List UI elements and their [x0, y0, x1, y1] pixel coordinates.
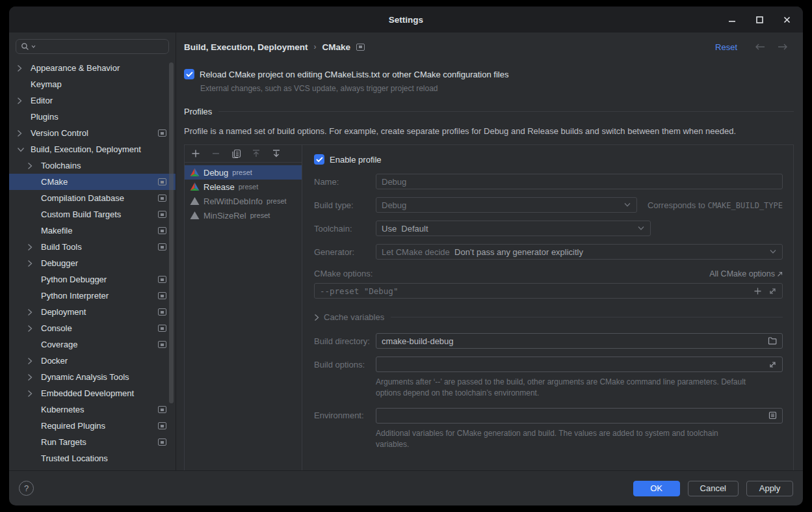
sidebar-item-appearance-behavior[interactable]: Appearance & Behavior: [9, 60, 176, 76]
sidebar-item-debugger[interactable]: Debugger: [9, 255, 176, 271]
profile-item-release[interactable]: Releasepreset: [185, 180, 302, 194]
reload-cmake-checkbox-row[interactable]: Reload CMake project on editing CMakeLis…: [184, 69, 794, 79]
build-type-dropdown[interactable]: Debug: [376, 197, 637, 213]
build-options-field[interactable]: [376, 357, 783, 372]
sidebar-item-compilation-database[interactable]: Compilation Database: [9, 190, 176, 206]
settings-indicator-icon: [158, 422, 166, 429]
profile-item-debug[interactable]: Debugpreset: [185, 165, 302, 180]
dialog-footer: ? OK Cancel Apply: [9, 470, 803, 505]
window-controls: [726, 7, 792, 33]
forward-arrow-icon[interactable]: [777, 43, 789, 51]
toolchain-label: Toolchain:: [314, 224, 376, 234]
sidebar-item-label: CMake: [41, 177, 68, 187]
sidebar-item-kubernetes[interactable]: Kubernetes: [9, 401, 176, 418]
checkmark-icon: [316, 157, 323, 163]
sidebar-item-label: Python Interpreter: [41, 291, 109, 301]
sidebar-item-label: Debugger: [41, 258, 78, 268]
cache-variables-toggle[interactable]: Cache variables: [314, 312, 783, 322]
sidebar-item-python-debugger[interactable]: Python Debugger: [9, 271, 176, 288]
settings-indicator-icon: [158, 227, 166, 234]
move-up-button[interactable]: [251, 148, 261, 159]
sidebar-item-label: Dynamic Analysis Tools: [41, 372, 129, 382]
name-field[interactable]: Debug: [376, 174, 783, 189]
chevron-right-icon: [17, 64, 22, 72]
sidebar-item-dynamic-analysis-tools[interactable]: Dynamic Analysis Tools: [9, 369, 176, 385]
close-button[interactable]: [781, 14, 792, 25]
expand-icon[interactable]: [768, 360, 777, 369]
environment-hint: Additional variables for CMake generatio…: [376, 428, 753, 451]
settings-tree: Appearance & BehaviorKeymapEditorPlugins…: [9, 60, 176, 466]
build-directory-value: cmake-build-debug: [382, 336, 764, 346]
add-profile-button[interactable]: [190, 148, 201, 159]
browse-variables-icon[interactable]: [768, 411, 777, 420]
enable-profile-checkbox[interactable]: [314, 154, 324, 165]
sidebar-item-required-plugins[interactable]: Required Plugins: [9, 418, 176, 434]
chevron-right-icon: [17, 97, 22, 105]
sidebar-item-editor[interactable]: Editor: [9, 92, 176, 109]
sidebar-item-label: Makefile: [41, 226, 72, 236]
sidebar-item-label: Deployment: [41, 307, 86, 317]
sidebar-item-label: Docker: [41, 356, 68, 366]
all-cmake-options-link[interactable]: All CMake options: [709, 269, 783, 278]
ok-button[interactable]: OK: [633, 481, 680, 496]
sidebar-item-cmake[interactable]: CMake: [9, 174, 176, 190]
profile-item-minsizerel[interactable]: MinSizeRelpreset: [185, 208, 302, 222]
search-input[interactable]: [38, 42, 164, 52]
generator-label: Generator:: [314, 247, 376, 257]
reload-cmake-checkbox[interactable]: [184, 69, 194, 79]
sidebar-item-version-control[interactable]: Version Control: [9, 125, 176, 141]
profile-preset-badge: preset: [250, 211, 270, 219]
toolchain-dropdown[interactable]: Use Default: [376, 221, 651, 236]
sidebar-item-run-targets[interactable]: Run Targets: [9, 434, 176, 450]
settings-indicator-icon: [158, 243, 166, 250]
cancel-button[interactable]: Cancel: [688, 481, 739, 496]
sidebar-scrollbar[interactable]: [169, 62, 174, 403]
enable-profile-row[interactable]: Enable profile: [314, 153, 783, 166]
breadcrumb-item-build-execution-deployment[interactable]: Build, Execution, Deployment: [184, 42, 308, 52]
generator-dropdown[interactable]: Let CMake decide Don’t pass any generato…: [376, 244, 783, 260]
sidebar-item-label: Appearance & Behavior: [31, 63, 120, 73]
sidebar-item-keymap[interactable]: Keymap: [9, 76, 176, 92]
apply-button[interactable]: Apply: [746, 481, 793, 496]
remove-icon: [211, 149, 220, 158]
sidebar-item-build-tools[interactable]: Build Tools: [9, 239, 176, 255]
sidebar-item-toolchains[interactable]: Toolchains: [9, 157, 176, 174]
move-down-icon: [272, 149, 281, 158]
sidebar-item-trusted-locations[interactable]: Trusted Locations: [9, 450, 176, 466]
maximize-button[interactable]: [753, 14, 765, 25]
help-button[interactable]: ?: [19, 481, 34, 496]
move-down-button[interactable]: [271, 148, 282, 159]
sidebar-item-label: Embedded Development: [41, 388, 134, 398]
sidebar-item-console[interactable]: Console: [9, 320, 176, 336]
breadcrumb-item-cmake[interactable]: CMake: [322, 42, 351, 52]
build-directory-field[interactable]: cmake-build-debug: [376, 333, 783, 349]
profile-preset-badge: preset: [267, 197, 287, 205]
minimize-icon: [728, 16, 736, 23]
sidebar-item-label: Compilation Database: [41, 193, 124, 203]
reset-link[interactable]: Reset: [715, 42, 737, 52]
environment-field[interactable]: [376, 408, 783, 424]
folder-icon[interactable]: [768, 337, 777, 345]
sidebar-item-makefile[interactable]: Makefile: [9, 222, 176, 239]
sidebar-item-deployment[interactable]: Deployment: [9, 304, 176, 320]
sidebar-item-build-execution-deployment[interactable]: Build, Execution, Deployment: [9, 141, 176, 157]
chevron-right-icon: [27, 325, 33, 332]
sidebar-item-coverage[interactable]: Coverage: [9, 336, 176, 353]
settings-search-box[interactable]: [16, 39, 169, 54]
cmake-options-field[interactable]: --preset "Debug": [314, 283, 783, 299]
breadcrumb-separator-icon: ›: [314, 42, 317, 51]
sidebar-item-python-interpreter[interactable]: Python Interpreter: [9, 288, 176, 304]
settings-indicator-icon: [158, 211, 166, 218]
sidebar-item-plugins[interactable]: Plugins: [9, 109, 176, 125]
sidebar-item-docker[interactable]: Docker: [9, 353, 176, 369]
expand-icon[interactable]: [768, 287, 777, 295]
sidebar-item-custom-build-targets[interactable]: Custom Build Targets: [9, 206, 176, 222]
minimize-button[interactable]: [726, 14, 738, 25]
profile-item-relwithdebinfo[interactable]: RelWithDebInfopreset: [185, 194, 302, 208]
remove-profile-button[interactable]: [211, 148, 221, 159]
sidebar-item-embedded-development[interactable]: Embedded Development: [9, 385, 176, 401]
chevron-down-icon: [769, 249, 777, 254]
add-macro-icon[interactable]: [753, 287, 762, 295]
copy-profile-button[interactable]: [231, 148, 241, 159]
back-arrow-icon[interactable]: [754, 43, 766, 51]
